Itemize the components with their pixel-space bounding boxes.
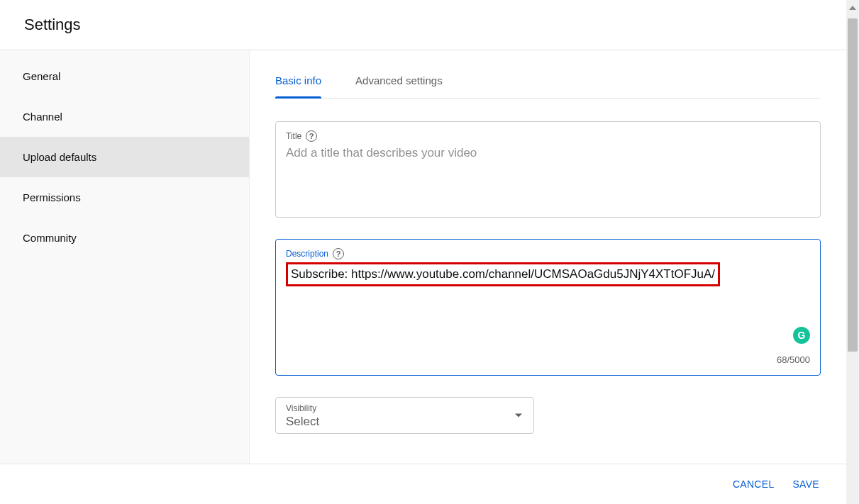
visibility-label: Visibility bbox=[286, 403, 523, 413]
title-label-text: Title bbox=[286, 131, 301, 141]
chevron-down-icon bbox=[515, 414, 522, 418]
description-input[interactable]: Subscribe: https://www.youtube.com/chann… bbox=[286, 264, 810, 349]
scroll-up-icon[interactable] bbox=[849, 6, 856, 10]
content-area: Basic info Advanced settings Title ? Des… bbox=[250, 50, 846, 464]
grammarly-icon[interactable]: G bbox=[793, 327, 810, 344]
modal-header: Settings bbox=[0, 0, 846, 50]
description-field[interactable]: Description ? Subscribe: https://www.you… bbox=[275, 239, 821, 376]
tab-advanced-settings[interactable]: Advanced settings bbox=[355, 63, 443, 98]
visibility-value: Select bbox=[286, 413, 523, 430]
sidebar-item-permissions[interactable]: Permissions bbox=[0, 177, 249, 218]
settings-modal: Settings General Channel Upload defaults… bbox=[0, 0, 846, 504]
sidebar-item-community[interactable]: Community bbox=[0, 218, 249, 258]
char-count: 68/5000 bbox=[286, 354, 810, 365]
cancel-button[interactable]: CANCEL bbox=[730, 473, 777, 495]
help-icon[interactable]: ? bbox=[306, 130, 317, 142]
tab-basic-info[interactable]: Basic info bbox=[275, 63, 321, 98]
title-field[interactable]: Title ? bbox=[275, 121, 821, 218]
sidebar-item-upload-defaults[interactable]: Upload defaults bbox=[0, 137, 249, 177]
sidebar-item-general[interactable]: General bbox=[0, 56, 249, 96]
description-label: Description ? bbox=[286, 248, 810, 259]
help-icon[interactable]: ? bbox=[333, 248, 344, 259]
sidebar: General Channel Upload defaults Permissi… bbox=[0, 50, 250, 464]
modal-footer: CANCEL SAVE bbox=[0, 464, 846, 504]
modal-body: General Channel Upload defaults Permissi… bbox=[0, 50, 846, 464]
page-title: Settings bbox=[24, 16, 824, 34]
scrollbar[interactable] bbox=[846, 0, 859, 504]
save-button[interactable]: SAVE bbox=[789, 473, 822, 495]
visibility-select[interactable]: Visibility Select bbox=[275, 397, 534, 434]
highlighted-text: Subscribe: https://www.youtube.com/chann… bbox=[286, 262, 720, 286]
title-label: Title ? bbox=[286, 130, 810, 142]
title-input[interactable] bbox=[286, 146, 810, 203]
sidebar-item-channel[interactable]: Channel bbox=[0, 96, 249, 137]
description-label-text: Description bbox=[286, 249, 328, 259]
tabs: Basic info Advanced settings bbox=[275, 50, 821, 99]
scrollbar-thumb[interactable] bbox=[848, 18, 858, 352]
